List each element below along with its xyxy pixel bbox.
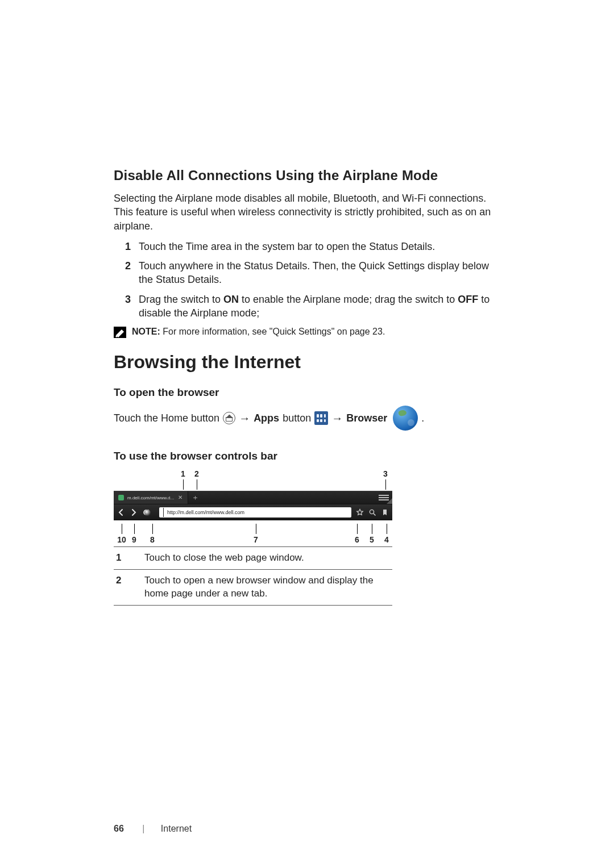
apps-icon [314,411,328,425]
site-icon [144,510,151,516]
subheading-open-browser: To open the browser [114,386,500,399]
note-icon [114,327,126,338]
text-frag: Touch the Home button [114,412,219,424]
callout-descriptions: 1 Touch to close the web page window. 2 … [114,546,392,606]
step-number: 1 [116,240,131,253]
page-footer: 66 | Internet [114,824,192,834]
browser-label: Browser [346,412,387,424]
tab-close-icon[interactable]: ✕ [177,495,183,500]
text-frag: to enable the Airplane mode; drag the sw… [239,294,458,305]
off-label: OFF [458,294,478,305]
text-frag: button [283,412,311,424]
subheading-controls-bar: To use the browser controls bar [114,450,500,462]
page-number: 66 [114,824,124,833]
row-text: Touch to close the web page window. [144,552,390,565]
browser-globe-icon [391,406,418,431]
note-body: For more information, see "Quick Setting… [160,327,385,336]
step-text: Drag the switch to ON to enable the Airp… [139,294,489,319]
callout-6: 6 [350,524,364,544]
browser-tab-bar: m.dell.com/mt/www.d... ✕ ＋ [114,491,392,504]
step-text: Touch the Time area in the system bar to… [139,241,435,252]
callout-9: 9 [127,524,141,544]
text-frag: Drag the switch to [139,294,223,305]
callout-2: 2 [190,469,204,490]
open-browser-line: Touch the Home button → Apps button → Br… [114,406,500,431]
table-row: 2 Touch to open a new browser window and… [114,570,392,606]
tab-label: m.dell.com/mt/www.d... [127,495,174,500]
table-row: 1 Touch to close the web page window. [114,547,392,570]
search-icon[interactable] [368,508,376,516]
on-label: ON [223,294,239,305]
step-text: Touch anywhere in the Status Details. Th… [139,260,489,285]
row-number: 1 [116,552,128,565]
row-text: Touch to open a new browser window and d… [144,574,390,600]
svg-line-2 [374,514,376,516]
step-number: 2 [116,259,131,273]
forward-icon[interactable] [130,508,138,516]
row-number: 2 [116,574,128,600]
back-icon[interactable] [117,508,125,516]
url-text: http://m.dell.com/mt/www.dell.com [167,510,244,515]
text-frag: . [421,412,424,424]
browser-tab[interactable]: m.dell.com/mt/www.d... ✕ [114,491,188,504]
note-label: NOTE: [132,327,160,336]
browser-nav-bar: http://m.dell.com/mt/www.dell.com [114,504,392,520]
step-number: 3 [116,293,131,306]
airplane-intro: Selecting the Airplane mode disables all… [114,191,500,233]
callout-8: 8 [146,524,159,544]
callout-5: 5 [365,524,379,544]
note-text: NOTE: For more information, see "Quick S… [132,326,385,338]
heading-browsing: Browsing the Internet [114,352,500,373]
callout-1: 1 [176,469,190,490]
svg-point-1 [370,510,374,514]
new-tab-button[interactable]: ＋ [188,491,202,504]
list-item: 2 Touch anywhere in the Status Details. … [134,259,500,287]
browser-controls-illustration: 1 2 3 m.dell.com/mt/www.d... ✕ ＋ [114,469,392,546]
apps-label: Apps [254,412,279,424]
callout-7: 7 [249,524,263,544]
resize-corner-icon [387,498,392,504]
arrow-icon: → [331,412,343,425]
favicon-icon [118,495,124,500]
list-item: 1 Touch the Time area in the system bar … [134,240,500,253]
note-block: NOTE: For more information, see "Quick S… [114,326,500,338]
bookmark-icon[interactable] [381,508,389,516]
list-item: 3 Drag the switch to ON to enable the Ai… [134,293,500,320]
star-icon[interactable] [356,508,364,516]
url-input[interactable]: http://m.dell.com/mt/www.dell.com [159,507,351,518]
airplane-steps-list: 1 Touch the Time area in the system bar … [114,240,500,320]
callout-3: 3 [379,469,392,490]
footer-separator: | [142,824,144,833]
callout-10: 10 [115,524,128,544]
text-cursor-icon [163,508,164,517]
arrow-icon: → [239,412,250,425]
home-icon [223,412,235,424]
heading-airplane: Disable All Connections Using the Airpla… [114,168,500,183]
callout-4: 4 [380,524,393,544]
footer-section: Internet [161,824,192,833]
